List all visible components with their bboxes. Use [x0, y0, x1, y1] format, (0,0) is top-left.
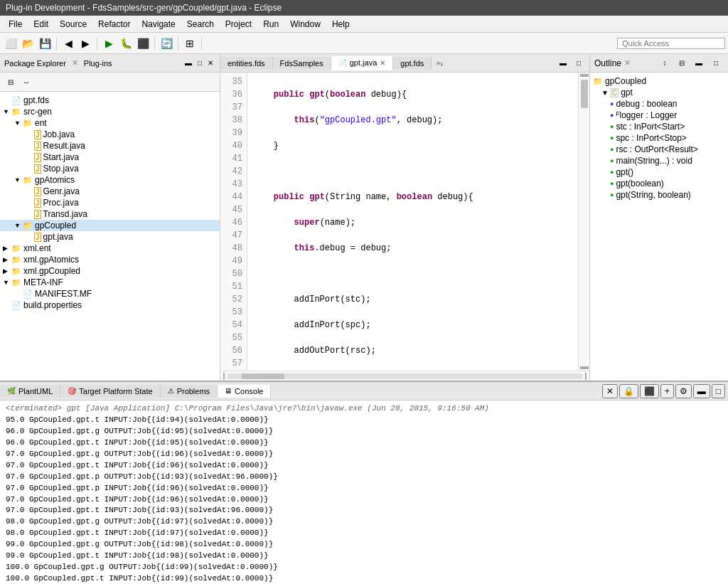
toolbar-forward[interactable]: ▶ — [77, 36, 93, 51]
menu-edit[interactable]: Edit — [28, 18, 54, 31]
outline-stc[interactable]: ● stc : InPort<Start> — [590, 121, 728, 132]
editor-minimize[interactable]: ▬ — [555, 55, 571, 71]
console-line-12: 99.0 GpCoupled.gpt.g OUTPUT:Job{(id:98)(… — [6, 539, 722, 551]
outline-minimize[interactable]: ▬ — [691, 55, 707, 71]
left-panel-maximize[interactable]: □ — [196, 58, 204, 68]
tree-item-result-java[interactable]: J Result.java — [0, 140, 220, 152]
tree-collapse-all[interactable]: ⊟ — [3, 74, 18, 90]
tree-item-xml-ent[interactable]: ▶ 📁 xml.ent — [0, 243, 220, 254]
editor-scrollbar[interactable] — [578, 73, 589, 371]
tree-item-transd-java[interactable]: J Transd.java — [0, 208, 220, 220]
plugins-tab[interactable]: Plug-ins — [84, 59, 112, 68]
tree-item-gpt-java[interactable]: J gpt.java — [0, 231, 220, 243]
console-maximize[interactable]: □ — [712, 384, 725, 398]
tab-target-platform[interactable]: 🎯 Target Platform State — [60, 385, 160, 398]
tab-overflow[interactable]: »₁ — [432, 56, 447, 70]
menu-window[interactable]: Window — [284, 18, 326, 31]
left-panel-close[interactable]: ✕ — [205, 58, 215, 68]
tree-item-src-gen[interactable]: ▼ 📁 src-gen — [0, 106, 220, 117]
tree-item-proc-java[interactable]: J Proc.java — [0, 197, 220, 208]
outline-debug[interactable]: ● debug : boolean — [590, 98, 728, 110]
console-settings[interactable]: ⚙ — [675, 384, 692, 398]
tree-item-stop-java[interactable]: J Stop.java — [0, 163, 220, 174]
outline-debug-label: debug : boolean — [616, 99, 677, 109]
hscrollbar-thumb[interactable] — [242, 373, 284, 379]
menu-help[interactable]: Help — [326, 18, 355, 31]
toolbar-open[interactable]: 📂 — [20, 36, 36, 51]
tree-item-gpt-fds[interactable]: 📄 gpt.fds — [0, 95, 220, 106]
outline-sort[interactable]: ↕ — [657, 55, 673, 71]
tree-item-META-INF[interactable]: ▼ 📁 META-INF — [0, 277, 220, 288]
menu-run[interactable]: Run — [257, 18, 284, 31]
console-clear[interactable]: ✕ — [602, 384, 618, 398]
console-line-2: 96.0 GpCoupled.gpt.g OUTPUT:Job{(id:95)(… — [6, 426, 722, 437]
tab-gpt-fds[interactable]: gpt.fds — [393, 57, 432, 70]
outline-gpCoupled-icon: 📁 — [593, 77, 603, 86]
console-scroll-lock[interactable]: 🔒 — [619, 384, 638, 398]
tab-console[interactable]: 🖥 Console — [218, 385, 271, 398]
scrollbar-down-arrow[interactable] — [580, 366, 589, 369]
console-line-6: 97.0 GpCoupled.gpt.p OUTPUT:Job{(id:93)(… — [6, 472, 722, 483]
toolbar-refresh[interactable]: 🔄 — [159, 36, 174, 51]
menu-project[interactable]: Project — [220, 18, 257, 31]
console-content[interactable]: <terminated> gpt [Java Application] C:\P… — [0, 400, 728, 584]
left-panel-minimize[interactable]: ▬ — [183, 58, 194, 68]
outline-gpt-class[interactable]: ▼ C gpt — [590, 87, 728, 98]
outline-gpCoupled[interactable]: 📁 gpCoupled — [590, 75, 728, 87]
outline-gpt-method1[interactable]: ● gpt() — [590, 166, 728, 178]
tree-item-job-java[interactable]: J Job.java — [0, 129, 220, 140]
outline-main[interactable]: ● main(String...) : void — [590, 155, 728, 166]
package-explorer-tab[interactable]: Package Explorer — [4, 59, 66, 68]
console-line-9: 97.0 GpCoupled.gpt.t INPUT:Job{(id:93)(s… — [6, 505, 722, 516]
outline-maximize[interactable]: □ — [708, 55, 724, 71]
menu-refactor[interactable]: Refactor — [92, 18, 136, 31]
gpAtomics-folder-icon: 📁 — [23, 176, 33, 185]
tab-fds-samples[interactable]: FdsSamples — [273, 57, 331, 70]
tab-entities-fds[interactable]: entities.fds — [220, 57, 273, 70]
menu-file[interactable]: File — [3, 18, 28, 31]
tree-item-genr-java[interactable]: J Genr.java — [0, 186, 220, 197]
toolbar-stop[interactable]: ⬛ — [135, 36, 151, 51]
editor-hscrollbar[interactable] — [220, 371, 589, 381]
tree-item-ent[interactable]: ▼ 📁 ent — [0, 117, 220, 129]
console-line-1: 95.0 GpCoupled.gpt.t INPUT:Job{(id:94)(s… — [6, 415, 722, 426]
outline-gpt-method3[interactable]: ● gpt(String, boolean) — [590, 189, 728, 201]
menu-source[interactable]: Source — [54, 18, 92, 31]
tree-item-gpAtomics[interactable]: ▼ 📁 gpAtomics — [0, 174, 220, 186]
tab-gpt-java[interactable]: 📄 gpt.java ✕ — [331, 56, 394, 70]
editor-maximize[interactable]: □ — [571, 55, 587, 71]
console-minimize[interactable]: ▬ — [693, 384, 710, 398]
tree-item-start-java[interactable]: J Start.java — [0, 152, 220, 163]
toolbar-perspective[interactable]: ⊞ — [182, 36, 198, 51]
ent-folder-icon: 📁 — [23, 119, 33, 128]
outline-close[interactable]: ✕ — [624, 58, 631, 68]
scrollbar-thumb[interactable] — [581, 80, 588, 108]
toolbar-back[interactable]: ◀ — [60, 36, 76, 51]
outline-logger[interactable]: ● F logger : Logger — [590, 110, 728, 121]
tree-sync[interactable]: ↔ — [18, 74, 34, 90]
tab-gpt-java-close[interactable]: ✕ — [380, 59, 385, 67]
code-editor[interactable]: public gpt(boolean debug){ this("gpCoupl… — [247, 73, 578, 371]
tree-item-manifest[interactable]: 📄 MANIFEST.MF — [0, 288, 220, 299]
toolbar-save[interactable]: 💾 — [37, 36, 53, 51]
outline-collapse[interactable]: ⊟ — [674, 55, 690, 71]
outline-spc[interactable]: ● spc : InPort<Stop> — [590, 132, 728, 144]
proc-java-icon: J — [34, 198, 41, 208]
outline-rsc[interactable]: ● rsc : OutPort<Result> — [590, 144, 728, 155]
tree-item-xml-gpAtomics[interactable]: ▶ 📁 xml.gpAtomics — [0, 254, 220, 265]
menu-navigate[interactable]: Navigate — [136, 18, 181, 31]
quick-access-input[interactable] — [617, 38, 725, 49]
tab-plantuml[interactable]: 🌿 PlantUML — [0, 385, 60, 398]
tree-item-build-props[interactable]: 📄 build.properties — [0, 299, 220, 311]
console-terminate[interactable]: ⬛ — [640, 384, 659, 398]
outline-gpt-method2[interactable]: ● gpt(boolean) — [590, 178, 728, 189]
toolbar-new[interactable]: ⬜ — [3, 36, 18, 51]
console-new[interactable]: + — [660, 384, 674, 398]
toolbar-debug[interactable]: 🐛 — [118, 36, 134, 51]
tree-item-xml-gpCoupled[interactable]: ▶ 📁 xml.gpCoupled — [0, 265, 220, 277]
toolbar-run[interactable]: ▶ — [101, 36, 117, 51]
console-tab-label: Console — [235, 387, 263, 395]
tree-item-gpCoupled[interactable]: ▼ 📁 gpCoupled — [0, 220, 220, 231]
tab-problems[interactable]: ⚠ Problems — [161, 385, 218, 398]
menu-search[interactable]: Search — [181, 18, 220, 31]
